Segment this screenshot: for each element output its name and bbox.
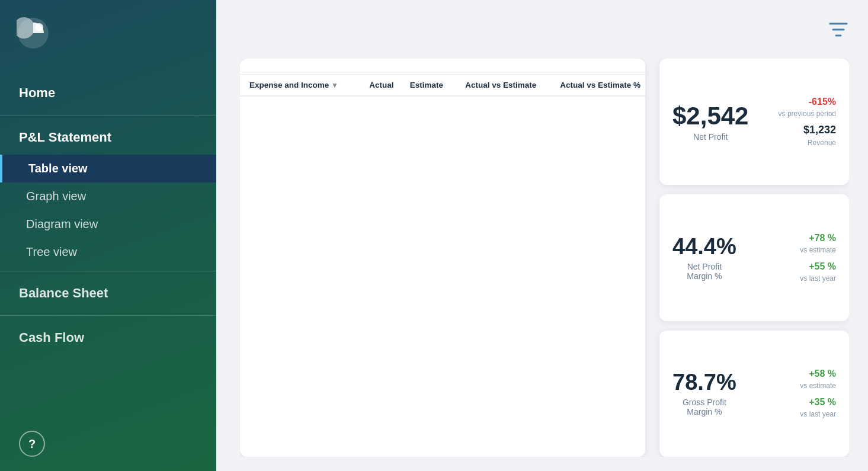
kpi-gross-profit-margin: 78.7% Gross ProfitMargin % +58 % vs esti… bbox=[659, 331, 849, 457]
kpi-npm-label: Net ProfitMargin % bbox=[672, 262, 736, 281]
nav-divider-1 bbox=[0, 115, 216, 116]
help-button[interactable]: ? bbox=[19, 431, 45, 457]
col-actual[interactable]: Actual bbox=[359, 75, 398, 96]
sidebar-item-graph-view[interactable]: Graph view bbox=[0, 182, 216, 210]
app-logo bbox=[17, 17, 50, 50]
kpi-net-profit-right: -615% vs previous period $1,232 Revenue bbox=[779, 97, 836, 147]
kpi-net-profit-label: Net Profit bbox=[672, 132, 748, 142]
kpi-npm-vs1: vs estimate bbox=[800, 246, 836, 254]
kpi-net-profit-pct1: -615% bbox=[809, 97, 836, 107]
kpi-net-profit: $2,542 Net Profit -615% vs previous peri… bbox=[659, 59, 849, 185]
kpi-gpm-pct2: +35 % bbox=[809, 397, 836, 408]
pl-table: Expense and Income ▼ Actual Estimate Act… bbox=[240, 75, 645, 97]
kpi-npm-left: 44.4% Net ProfitMargin % bbox=[672, 235, 736, 281]
kpi-gpm-label: Gross ProfitMargin % bbox=[672, 398, 736, 416]
sidebar-bottom: ? bbox=[0, 416, 216, 471]
kpi-npm-pct1: +78 % bbox=[809, 233, 836, 243]
sort-arrow: ▼ bbox=[331, 81, 338, 89]
table-container[interactable]: Expense and Income ▼ Actual Estimate Act… bbox=[240, 75, 645, 457]
col-estimate[interactable]: Estimate bbox=[398, 75, 448, 96]
sidebar-item-pl[interactable]: P&L Statement bbox=[0, 120, 216, 155]
kpi-npm-value: 44.4% bbox=[672, 235, 736, 259]
pl-table-card: Expense and Income ▼ Actual Estimate Act… bbox=[240, 59, 645, 457]
kpi-net-profit-value: $2,542 bbox=[672, 102, 748, 130]
main-header bbox=[240, 19, 849, 44]
sidebar-item-home[interactable]: Home bbox=[0, 76, 216, 110]
sidebar-nav: Home P&L Statement Table view Graph view… bbox=[0, 66, 216, 416]
kpi-net-profit-sub-value: $1,232 bbox=[803, 124, 836, 136]
sidebar-item-tree-view[interactable]: Tree view bbox=[0, 238, 216, 266]
kpi-gpm-right: +58 % vs estimate +35 % vs last year bbox=[800, 369, 836, 418]
main-content: Expense and Income ▼ Actual Estimate Act… bbox=[216, 0, 868, 471]
col-expense-income[interactable]: Expense and Income ▼ bbox=[240, 75, 359, 96]
sidebar-item-diagram-view[interactable]: Diagram view bbox=[0, 210, 216, 238]
content-area: Expense and Income ▼ Actual Estimate Act… bbox=[240, 59, 849, 457]
sidebar-item-table-view[interactable]: Table view bbox=[0, 155, 216, 182]
kpi-gpm-value: 78.7% bbox=[672, 370, 736, 395]
col-avse-pct[interactable]: Actual vs Estimate % bbox=[541, 75, 645, 96]
table-header-row: Expense and Income ▼ Actual Estimate Act… bbox=[240, 75, 645, 96]
kpi-npm-right: +78 % vs estimate +55 % vs last year bbox=[800, 233, 836, 283]
kpi-net-profit-left: $2,542 Net Profit bbox=[672, 102, 748, 142]
kpi-gpm-left: 78.7% Gross ProfitMargin % bbox=[672, 370, 736, 416]
sidebar-item-balance-sheet[interactable]: Balance Sheet bbox=[0, 276, 216, 310]
nav-divider-3 bbox=[0, 315, 216, 316]
svg-point-1 bbox=[35, 23, 43, 31]
kpi-npm-pct2: +55 % bbox=[809, 261, 836, 272]
kpi-net-profit-sub-label: Revenue bbox=[808, 139, 836, 147]
col-avse[interactable]: Actual vs Estimate bbox=[448, 75, 541, 96]
kpi-npm-vs2: vs last year bbox=[800, 274, 836, 283]
sidebar: Home P&L Statement Table view Graph view… bbox=[0, 0, 216, 471]
kpi-gpm-vs1: vs estimate bbox=[800, 382, 836, 390]
nav-divider-2 bbox=[0, 271, 216, 271]
sidebar-header bbox=[0, 0, 216, 66]
kpi-gpm-vs2: vs last year bbox=[800, 410, 836, 418]
filter-icon[interactable] bbox=[828, 19, 849, 44]
kpi-gpm-pct1: +58 % bbox=[809, 369, 836, 379]
kpi-net-profit-vs1: vs previous period bbox=[779, 110, 836, 118]
right-panel: $2,542 Net Profit -615% vs previous peri… bbox=[659, 59, 849, 457]
sidebar-item-cash-flow[interactable]: Cash Flow bbox=[0, 321, 216, 355]
kpi-net-profit-margin: 44.4% Net ProfitMargin % +78 % vs estima… bbox=[659, 194, 849, 321]
table-card-title bbox=[240, 59, 645, 75]
